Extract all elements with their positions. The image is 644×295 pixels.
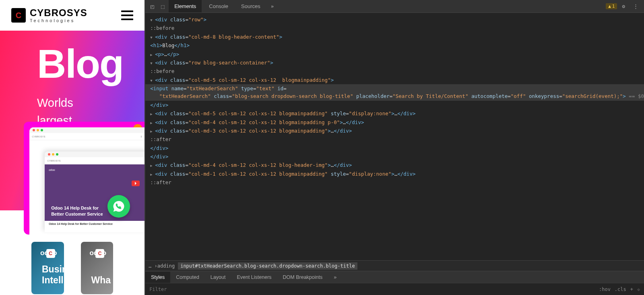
card-title: Business Intelligence [42,264,54,286]
hov-toggle[interactable]: :hov [599,287,611,292]
youtube-icon [132,181,140,186]
odoo-badge: odoo [49,168,55,171]
preview-brand: CYBROSYS [32,135,45,138]
page-title: Blog [37,41,107,87]
devtools-tabbar: ◰ ⬚ Elements Console Sources » ▲ 1 ⚙ ⋮ [145,0,644,13]
hero-section: Blog Worlds largest collection of odoo b… [0,31,144,210]
kebab-menu-icon[interactable]: ⋮ [630,3,642,9]
styles-filter-input[interactable] [149,287,182,292]
blog-card[interactable]: odoo C Wha [81,242,114,294]
browser-pane: C CYBROSYS Technologies Blog Worlds larg… [0,0,144,295]
preview-brand-2: CYBROSYS [47,160,60,162]
brand-sub: Technologies [30,19,87,23]
tab-elements[interactable]: Elements [169,0,202,12]
styles-tabbar: Styles Computed Layout Event Listeners D… [145,271,644,283]
settings-icon[interactable]: ⚙ [619,3,628,9]
dom-breadcrumb[interactable]: … ›adding input#txtHeaderSearch.blog-sea… [145,260,644,271]
whatsapp-button[interactable] [107,195,130,218]
tab-console[interactable]: Console [203,0,234,12]
tab-computed[interactable]: Computed [170,272,205,283]
logo[interactable]: C CYBROSYS Technologies [11,8,87,23]
styles-overflow-icon[interactable]: » [328,272,342,283]
cls-toggle[interactable]: .cls [615,287,626,292]
tab-styles[interactable]: Styles [145,272,170,283]
styles-more-icon[interactable]: ⟐ [637,287,640,292]
whatsapp-icon [112,200,125,213]
breadcrumb-current[interactable]: input#txtHeaderSearch.blog-search.dropdo… [178,262,357,270]
hamburger-menu-icon[interactable] [121,10,133,20]
styles-filter-bar: :hov .cls + ⟐ [145,283,644,295]
device-toggle-icon[interactable]: ⬚ [158,2,167,11]
card-grid: odoo C Business Intelligence odoo C Wha [0,210,144,295]
warnings-badge[interactable]: ▲ 1 [606,3,617,9]
cybrosys-badge-icon: C [46,249,55,258]
new-style-rule-icon[interactable]: + [630,287,633,292]
tab-layout[interactable]: Layout [205,272,231,283]
cybrosys-badge-icon: C [95,249,104,258]
tab-sources[interactable]: Sources [235,0,266,12]
inspect-element-icon[interactable]: ◰ [148,2,157,11]
blog-card[interactable]: odoo C Business Intelligence [31,242,64,294]
logo-mark-icon: C [11,8,26,23]
tabs-overflow-icon[interactable]: » [268,3,277,9]
dom-tree[interactable]: <div class="row"> ::before <div class="c… [145,13,644,260]
tab-event-listeners[interactable]: Event Listeners [231,272,277,283]
selected-dom-node[interactable]: <input name="txtHeaderSearch" type="text… [145,84,644,101]
brand-name: CYBROSYS [30,8,87,18]
tab-dom-breakpoints[interactable]: DOM Breakpoints [277,272,328,283]
site-header: C CYBROSYS Technologies [0,0,144,31]
card-title: Wha [91,275,103,286]
devtools-panel: ◰ ⬚ Elements Console Sources » ▲ 1 ⚙ ⋮ <… [144,0,644,295]
